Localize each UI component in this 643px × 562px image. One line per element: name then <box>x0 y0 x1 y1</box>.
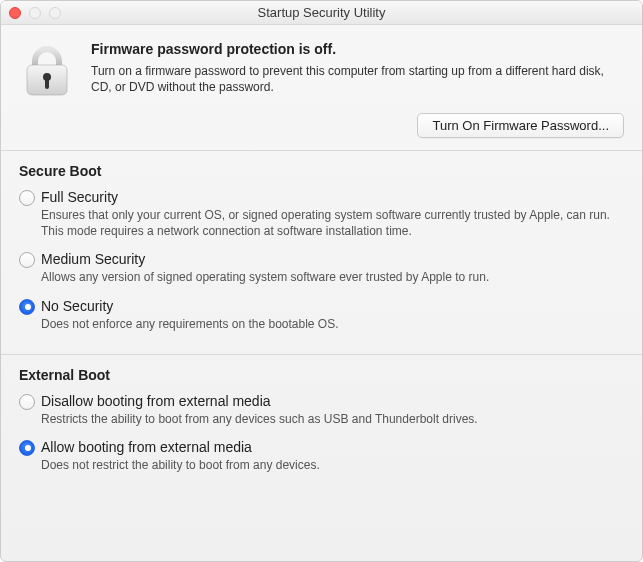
radio-icon[interactable] <box>19 252 35 268</box>
svg-rect-2 <box>45 79 49 89</box>
radio-icon[interactable] <box>19 299 35 315</box>
option-desc: Ensures that only your current OS, or si… <box>41 207 624 239</box>
close-icon[interactable] <box>9 7 21 19</box>
traffic-lights <box>9 7 61 19</box>
option-desc: Allows any version of signed operating s… <box>41 269 624 285</box>
external-boot-heading: External Boot <box>19 367 624 383</box>
option-title: Disallow booting from external media <box>41 393 624 409</box>
firmware-body: Turn on a firmware password to prevent t… <box>91 63 624 95</box>
radio-icon[interactable] <box>19 394 35 410</box>
secure-boot-heading: Secure Boot <box>19 163 624 179</box>
external-boot-option-allow[interactable]: Allow booting from external media Does n… <box>19 439 624 473</box>
window-title: Startup Security Utility <box>1 5 642 20</box>
radio-icon[interactable] <box>19 190 35 206</box>
firmware-text: Firmware password protection is off. Tur… <box>91 41 624 99</box>
lock-icon <box>19 41 75 99</box>
firmware-section: Firmware password protection is off. Tur… <box>1 25 642 113</box>
option-title: Medium Security <box>41 251 624 267</box>
option-desc: Does not enforce any requirements on the… <box>41 316 624 332</box>
secure-boot-option-full[interactable]: Full Security Ensures that only your cur… <box>19 189 624 239</box>
option-desc: Restricts the ability to boot from any d… <box>41 411 624 427</box>
firmware-heading: Firmware password protection is off. <box>91 41 624 57</box>
titlebar: Startup Security Utility <box>1 1 642 25</box>
option-title: Full Security <box>41 189 624 205</box>
option-desc: Does not restrict the ability to boot fr… <box>41 457 624 473</box>
turn-on-firmware-password-button[interactable]: Turn On Firmware Password... <box>417 113 624 138</box>
firmware-button-row: Turn On Firmware Password... <box>1 113 642 150</box>
minimize-icon <box>29 7 41 19</box>
option-title: Allow booting from external media <box>41 439 624 455</box>
zoom-icon <box>49 7 61 19</box>
secure-boot-section: Secure Boot Full Security Ensures that o… <box>1 151 642 354</box>
secure-boot-option-none[interactable]: No Security Does not enforce any require… <box>19 298 624 332</box>
content: Firmware password protection is off. Tur… <box>1 25 642 503</box>
external-boot-option-disallow[interactable]: Disallow booting from external media Res… <box>19 393 624 427</box>
window: Startup Security Utility <box>0 0 643 562</box>
option-title: No Security <box>41 298 624 314</box>
external-boot-section: External Boot Disallow booting from exte… <box>1 355 642 495</box>
radio-icon[interactable] <box>19 440 35 456</box>
secure-boot-option-medium[interactable]: Medium Security Allows any version of si… <box>19 251 624 285</box>
